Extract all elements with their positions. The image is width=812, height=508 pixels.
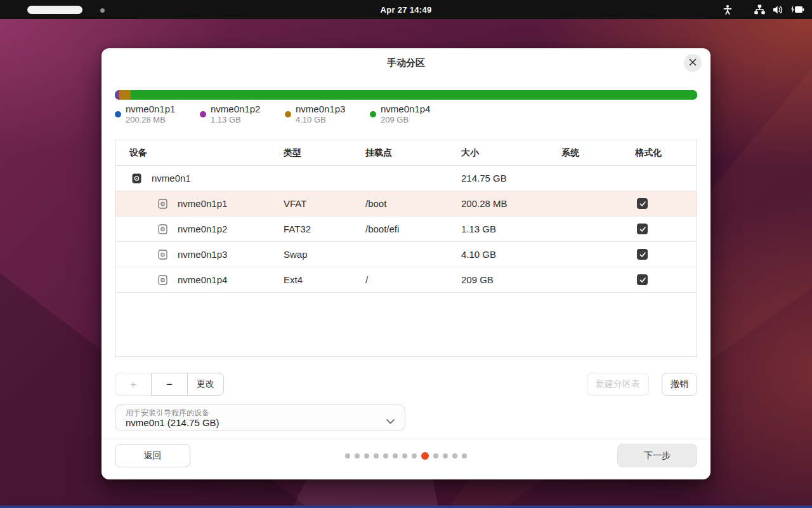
- cell-mount: /boot: [365, 198, 461, 209]
- carousel-dot[interactable]: [345, 453, 350, 458]
- device-name: nvme0n1p1: [178, 198, 227, 209]
- partition-actions: + − 更改 新建分区表 撤销: [115, 373, 697, 396]
- format-checkbox[interactable]: [637, 224, 648, 234]
- drive-partition-icon: [158, 224, 167, 234]
- table-row[interactable]: nvme0n1p2 FAT32 /boot/efi 1.13 GB: [115, 217, 697, 242]
- partition-usage-bar: [115, 90, 697, 100]
- dialog-header: 手动分区: [102, 48, 710, 77]
- manual-partition-dialog: 手动分区 nvme0n1p1 200.28 MB: [102, 48, 710, 479]
- legend-name: nvme0n1p3: [296, 104, 345, 115]
- carousel-dot[interactable]: [393, 453, 398, 458]
- carousel-dot[interactable]: [383, 453, 388, 458]
- boot-device-select[interactable]: 用于安装引导程序的设备 nvme0n1 (214.75 GB): [115, 404, 405, 431]
- carousel-dot[interactable]: [364, 453, 369, 458]
- drive-partition-icon: [158, 250, 167, 260]
- device-name: nvme0n1: [152, 173, 191, 184]
- table-row[interactable]: nvme0n1p1 VFAT /boot 200.28 MB: [115, 191, 697, 217]
- column-header-system: 系统: [561, 147, 635, 159]
- cell-type: VFAT: [284, 198, 365, 209]
- new-partition-table-button[interactable]: 新建分区表: [587, 373, 649, 396]
- desktop: Apr 27 14:49: [0, 0, 812, 508]
- partition-segment: [119, 90, 131, 100]
- cell-type: FAT32: [284, 224, 365, 234]
- carousel-dot[interactable]: [443, 453, 448, 458]
- table-row[interactable]: nvme0n1 214.75 GB: [115, 166, 697, 191]
- system-tray[interactable]: [723, 0, 804, 19]
- cell-type: Ext4: [284, 274, 365, 285]
- accessibility-icon[interactable]: [723, 4, 733, 15]
- legend-item: nvme0n1p4 209 GB: [370, 104, 455, 125]
- format-checkbox[interactable]: [637, 274, 648, 285]
- column-header-format: 格式化: [635, 147, 697, 159]
- device-name: nvme0n1p3: [178, 249, 227, 260]
- boot-device-value: nvme0n1 (214.75 GB): [126, 417, 219, 428]
- clock[interactable]: Apr 27 14:49: [0, 5, 812, 15]
- legend-size: 200.28 MB: [126, 115, 175, 125]
- remove-partition-button[interactable]: −: [151, 373, 187, 396]
- add-remove-change-group: + − 更改: [115, 373, 224, 396]
- cell-size: 1.13 GB: [461, 224, 561, 234]
- volume-icon[interactable]: [773, 5, 783, 15]
- drive-partition-icon: [158, 275, 167, 285]
- legend-item: nvme0n1p2 1.13 GB: [200, 104, 285, 125]
- column-header-mount: 挂载点: [365, 147, 461, 159]
- format-checkbox[interactable]: [637, 249, 648, 260]
- network-icon[interactable]: [754, 4, 765, 15]
- legend-size: 209 GB: [381, 115, 430, 125]
- undo-button[interactable]: 撤销: [662, 373, 697, 396]
- table-row[interactable]: nvme0n1p4 Ext4 / 209 GB: [115, 267, 697, 293]
- screen-bottom-strip: [0, 505, 812, 508]
- close-icon: [689, 58, 697, 68]
- cell-size: 209 GB: [461, 274, 561, 285]
- legend-item: nvme0n1p1 200.28 MB: [115, 104, 200, 125]
- partition-legend: nvme0n1p1 200.28 MB nvme0n1p2 1.13 GB nv…: [115, 104, 455, 125]
- battery-charging-icon[interactable]: [790, 4, 804, 15]
- column-header-device: 设备: [115, 147, 284, 159]
- cell-mount: /: [365, 274, 461, 285]
- device-name: nvme0n1p2: [178, 224, 227, 234]
- carousel-dots: [102, 451, 710, 461]
- legend-color-dot: [370, 111, 376, 117]
- legend-color-dot: [285, 111, 291, 117]
- drive-harddisk-icon: [132, 173, 141, 184]
- carousel-dot[interactable]: [433, 453, 438, 458]
- partition-table: 设备 类型 挂载点 大小 系统 格式化 nvme0n1: [115, 140, 697, 357]
- column-header-type: 类型: [284, 147, 365, 159]
- carousel-dot[interactable]: [412, 453, 417, 458]
- cell-type: Swap: [284, 249, 365, 260]
- close-button[interactable]: [684, 54, 702, 72]
- drive-partition-icon: [158, 199, 167, 209]
- cell-size: 214.75 GB: [461, 173, 561, 184]
- change-partition-button[interactable]: 更改: [187, 373, 224, 396]
- table-header: 设备 类型 挂载点 大小 系统 格式化: [115, 140, 697, 166]
- legend-size: 1.13 GB: [211, 115, 260, 125]
- legend-size: 4.10 GB: [296, 115, 345, 125]
- cell-size: 200.28 MB: [461, 198, 561, 209]
- dialog-footer: 返回 下一步: [102, 439, 710, 479]
- legend-name: nvme0n1p2: [211, 104, 260, 115]
- cell-size: 4.10 GB: [461, 249, 561, 260]
- legend-name: nvme0n1p1: [126, 104, 175, 115]
- table-row[interactable]: nvme0n1p3 Swap 4.10 GB: [115, 242, 697, 267]
- carousel-dot[interactable]: [462, 453, 467, 458]
- chevron-down-icon: [386, 415, 395, 427]
- legend-color-dot: [115, 111, 121, 117]
- column-header-size: 大小: [461, 147, 561, 159]
- add-partition-button[interactable]: +: [115, 373, 151, 396]
- carousel-dot[interactable]: [452, 453, 457, 458]
- dialog-title: 手动分区: [387, 57, 425, 69]
- carousel-dot[interactable]: [402, 453, 407, 458]
- device-name: nvme0n1p4: [178, 274, 227, 285]
- top-bar: Apr 27 14:49: [0, 0, 812, 19]
- partition-segment: [131, 90, 697, 100]
- legend-item: nvme0n1p3 4.10 GB: [285, 104, 370, 125]
- legend-name: nvme0n1p4: [381, 104, 430, 115]
- carousel-dot-active[interactable]: [421, 452, 429, 460]
- cell-mount: /boot/efi: [365, 224, 461, 234]
- carousel-dot[interactable]: [355, 453, 360, 458]
- legend-color-dot: [200, 111, 206, 117]
- format-checkbox[interactable]: [637, 198, 648, 209]
- carousel-dot[interactable]: [374, 453, 379, 458]
